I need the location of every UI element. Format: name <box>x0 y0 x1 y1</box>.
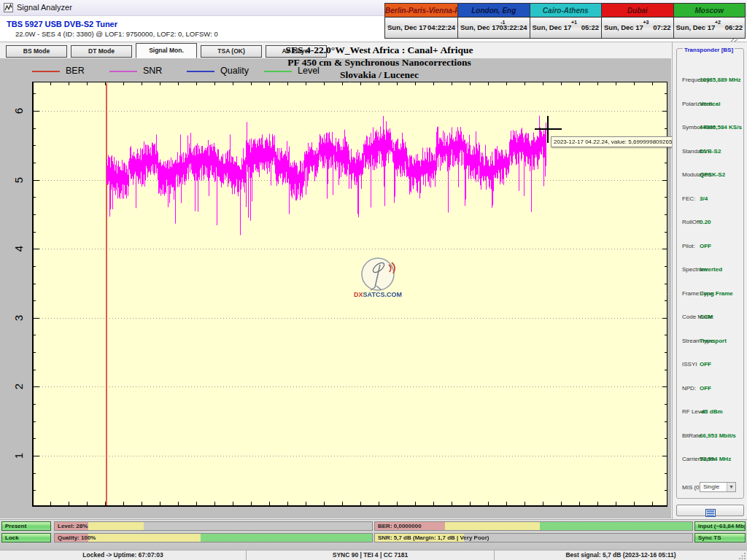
chart-title-line3: Slovakia / Lucenec <box>219 69 540 81</box>
mis-select[interactable]: Single ▼ <box>700 482 736 492</box>
tuner-name: TBS 5927 USB DVB-S2 Tuner <box>7 20 117 28</box>
transponder-row: Stream type:Transport <box>677 338 745 346</box>
bar-segment-yellow <box>88 522 144 530</box>
transponder-label: ISSYI <box>682 361 697 368</box>
clock-date: Sun, Dec 17 <box>604 23 643 31</box>
clock-city-label: Moscow <box>674 4 746 18</box>
ytick-4: 4 <box>11 241 27 257</box>
bar-segment-green <box>201 534 372 542</box>
badge-lock: Lock <box>1 533 51 542</box>
transponder-value: Vertical <box>700 101 720 107</box>
bar-quality: Quality: 100% <box>54 533 373 542</box>
watermark-text-red: DX <box>354 291 363 298</box>
transponder-value: DVB-S2 <box>700 148 721 155</box>
clock-utc-offset: +2 <box>715 20 721 25</box>
clock-city-label: Berlin-Paris-Vienna-Roma <box>385 4 457 18</box>
transponder-value: OFF <box>700 243 711 249</box>
bar-ber: BER: 0,0000000 <box>374 521 693 531</box>
clock-city-label: London, Eng <box>458 4 530 18</box>
transponder-title: Transponder [BS] <box>683 47 735 53</box>
bar-label: SNR: 5,7 dB (Margin: 1,7 dB | Very Poor) <box>378 534 489 541</box>
clock-city-label: Dubai <box>602 4 673 18</box>
legend-label: BER <box>66 66 85 76</box>
transponder-row: CarrierWidth:53,994 MHz <box>677 456 745 464</box>
clock-date: Sun, Dec 17 <box>676 23 716 31</box>
legend-item-snr: SNR <box>109 66 182 77</box>
bar-label: BER: 0,0000000 <box>378 523 422 529</box>
ytick-3: 3 <box>11 310 27 326</box>
transponder-row: Standard:DVB-S2 <box>677 148 745 157</box>
ytick-1: 1 <box>11 448 27 464</box>
clock-time-row: Sun, Dec 1704:22:24 <box>385 18 457 38</box>
tuner-details: 22.0W - SES 4 (ID: 3380) @ LOF1: 9750000… <box>15 30 218 38</box>
clock-dubai: DubaiSun, Dec 17+307:22 <box>601 4 673 38</box>
transponder-label: FEC: <box>682 195 695 202</box>
transponder-value: 3/4 <box>700 195 708 202</box>
clock-time: 06:22 <box>725 23 743 31</box>
clock-time: 04:22:24 <box>427 23 455 31</box>
chevron-down-icon: ▼ <box>727 483 735 491</box>
badge-input-mbps-: Input (~63,84 Mbps) <box>694 521 746 531</box>
world-clocks: Berlin-Paris-Vienna-RomaSun, Dec 1704:22… <box>384 3 746 39</box>
value-tooltip: 2023-12-17 04.22.24, value: 5,6999998092… <box>551 136 681 147</box>
clock-london-eng: London, EngSun, Dec 17-103:22:24 <box>457 4 530 38</box>
transponder-row: RollOff:0.20 <box>677 219 745 228</box>
legend-label: SNR <box>143 66 162 76</box>
transponder-label: NPD: <box>682 385 696 392</box>
clock-time-row: Sun, Dec 17+105:22 <box>530 18 602 38</box>
transponder-value: Inverted <box>700 266 722 273</box>
legend-line-sample <box>32 71 60 72</box>
clock-city-label: Cairo-Athens <box>530 4 602 18</box>
clock-time: 05:22 <box>581 23 599 31</box>
transponder-row: FEC:3/4 <box>677 195 745 204</box>
bar-level: Level: 28% <box>54 521 373 531</box>
app-icon <box>4 3 13 12</box>
transponder-row: ISSYIOFF <box>677 361 745 370</box>
transponder-value: 44995,584 KS/s <box>700 124 742 131</box>
tab-dt-mode[interactable]: DT Mode <box>71 45 132 58</box>
bar-segment-gray <box>144 522 372 530</box>
list-icon <box>705 509 716 517</box>
status-best-signal: Best signal: 5,7 dB (2023-12-16 05:11) <box>494 551 747 560</box>
clock-time-row: Sun, Dec 17-103:22:24 <box>458 18 530 38</box>
tab-bs-mode[interactable]: BS Mode <box>6 45 67 58</box>
window-title: Signal Analyzer <box>17 3 72 12</box>
transponder-row: Frequency:10985,889 MHz <box>677 77 745 85</box>
bar-segment-yellow <box>445 522 541 530</box>
bar-label: Level: 28% <box>58 523 88 529</box>
mis-value: Single <box>703 483 719 490</box>
bar-segment-yellow <box>88 534 201 542</box>
chart-title: SES 4-22.0°W_West Africa : Canal+ Afriqu… <box>219 44 540 81</box>
ytick-6: 6 <box>11 103 27 119</box>
clock-date: Sun, Dec 17 <box>533 23 572 31</box>
transponder-value: OFF <box>700 385 711 392</box>
transponder-label: RollOff: <box>682 219 702 225</box>
badge-sync-ts: Sync TS <box>694 533 746 542</box>
watermark-text-blue: SATCS.COM <box>363 291 402 298</box>
resize-grip[interactable] <box>739 552 746 559</box>
status-bar: Locked -> Uptime: 67:07:03 SYNC 90 | TEI… <box>0 550 747 560</box>
clock-time-row: Sun, Dec 17+206:22 <box>674 18 746 38</box>
transponder-label: Pilot: <box>682 243 695 249</box>
transponder-row: Frame Type:Long Frame <box>677 290 745 299</box>
transponder-list-button[interactable] <box>676 505 744 516</box>
transponder-value: 0.20 <box>700 219 711 225</box>
tab-signal-mon-[interactable]: Signal Mon. <box>136 43 197 58</box>
transponder-value: 53,994 MHz <box>700 456 731 462</box>
transponder-row: NPD:OFF <box>677 385 745 394</box>
clock-time-row: Sun, Dec 17+307:22 <box>602 18 673 38</box>
crosshair-horizontal <box>535 128 562 130</box>
clock-cairo-athens: Cairo-AthensSun, Dec 17+105:22 <box>530 4 602 38</box>
chart-title-line2: PF 450 cm & Synchronous Nanocorrections <box>219 56 540 69</box>
transponder-row: Polarization:Vertical <box>677 101 745 109</box>
bar-snr: SNR: 5,7 dB (Margin: 1,7 dB | Very Poor) <box>374 533 693 542</box>
badge-present: Present <box>1 521 51 531</box>
clock-utc-offset: +1 <box>571 20 577 25</box>
legend-line-sample <box>187 71 214 72</box>
transponder-value: 10985,889 MHz <box>700 77 740 83</box>
bar-label: Quality: 100% <box>58 534 96 541</box>
clock-time: 03:22:24 <box>499 23 527 31</box>
transponder-value: QPSK-S2 <box>700 171 725 178</box>
clock-time: 07:22 <box>653 23 670 31</box>
chart-title-line1: SES 4-22.0°W_West Africa : Canal+ Afriqu… <box>219 44 540 56</box>
